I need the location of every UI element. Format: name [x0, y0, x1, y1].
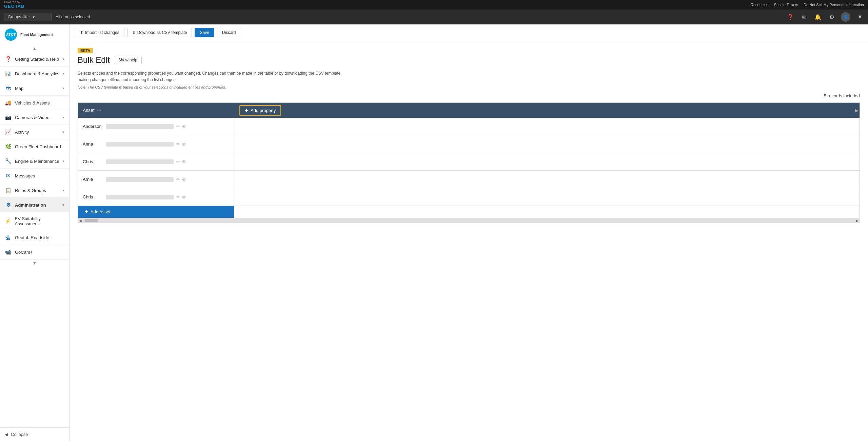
horizontal-scrollbar[interactable]: ◀ ▶ [78, 218, 860, 223]
submit-tickets-link[interactable]: Submit Tickets [774, 3, 798, 7]
add-asset-button[interactable]: ✚ Add Asset [78, 206, 234, 218]
engine-icon: 🔧 [5, 158, 12, 165]
resources-link[interactable]: Resources [751, 3, 769, 7]
filter-bar: Groups filter ▼ All groups selected ❓ ✉ … [0, 9, 868, 24]
sidebar-item-label: Geotab Roadside [15, 235, 49, 240]
scroll-left-button[interactable]: ◀ [78, 219, 83, 223]
asset-cell: Arnie ✏ ⊗ [78, 171, 234, 188]
add-property-button[interactable]: ✚ Add property [239, 105, 281, 116]
sidebar-item-cameras[interactable]: 📷 Cameras & Video ▾ [0, 110, 69, 125]
ev-icon: ⚡ [5, 218, 12, 225]
asset-row-actions: ✏ ⊗ [176, 194, 186, 199]
bulk-edit-table: Asset ✏ ✚ Add property ▶ Anderson [78, 102, 860, 218]
remove-icon[interactable]: ⊗ [182, 124, 186, 129]
sidebar: AT&T Fleet Management ▲ ❓ Getting Starte… [0, 24, 70, 441]
sidebar-item-ev[interactable]: ⚡ EV Suitability Assessment [0, 212, 69, 230]
sidebar-item-geotab-roadside[interactable]: 🛣 Geotab Roadside [0, 230, 69, 245]
chevron-down-icon: ▾ [62, 159, 64, 164]
sidebar-item-activity[interactable]: 📈 Activity ▾ [0, 125, 69, 139]
sidebar-item-label: GoCam+ [15, 250, 33, 255]
sidebar-item-label: Map [15, 86, 23, 91]
sidebar-item-getting-started[interactable]: ❓ Getting Started & Help ▾ [0, 52, 69, 66]
edit-icon[interactable]: ✏ [176, 194, 180, 199]
sidebar-logo: AT&T Fleet Management [0, 24, 69, 45]
asset-column-label: Asset [83, 108, 95, 113]
sidebar-item-map[interactable]: 🗺 Map ▾ [0, 81, 69, 96]
asset-cell: Chris ✏ ⊗ [78, 153, 234, 170]
plus-icon: ✚ [245, 108, 249, 113]
sidebar-scroll-up-button[interactable]: ▲ [0, 45, 69, 52]
sidebar-item-messages[interactable]: ✉ Messages [0, 169, 69, 183]
sidebar-item-label: Getting Started & Help [15, 57, 59, 62]
sidebar-item-gocam[interactable]: 📹 GoCam+ [0, 245, 69, 260]
sidebar-item-administration[interactable]: ⚙ Administration ▾ [0, 198, 69, 212]
table-row: Chris ✏ ⊗ [78, 188, 860, 206]
download-csv-button[interactable]: ⬇ Download as CSV template [127, 28, 192, 37]
chevron-down-icon: ▾ [62, 86, 64, 91]
mail-icon[interactable]: ✉ [801, 13, 808, 22]
asset-cell: Anderson ✏ ⊗ [78, 118, 234, 135]
chevron-down-icon: ▾ [62, 72, 64, 76]
remove-icon[interactable]: ⊗ [182, 194, 186, 199]
asset-row-actions: ✏ ⊗ [176, 124, 186, 129]
table-row: Chris ✏ ⊗ [78, 153, 860, 171]
groups-filter-button[interactable]: Groups filter ▼ [4, 13, 52, 21]
getting-started-icon: ❓ [5, 56, 12, 62]
do-not-sell-link[interactable]: Do Not Sell My Personal Information [804, 3, 864, 7]
discard-button[interactable]: Discard [217, 28, 241, 37]
edit-icon[interactable]: ✏ [176, 159, 180, 164]
sidebar-item-label: EV Suitability Assessment [15, 216, 65, 226]
sidebar-item-dashboard[interactable]: 📊 Dashboard & Analytics ▾ [0, 66, 69, 81]
topbar-right: Resources Submit Tickets Do Not Sell My … [751, 3, 864, 7]
main-layout: AT&T Fleet Management ▲ ❓ Getting Starte… [0, 24, 868, 441]
groups-selected-text: All groups selected [56, 15, 90, 19]
asset-cell: Chris ✏ ⊗ [78, 188, 234, 206]
remove-icon[interactable]: ⊗ [182, 177, 186, 182]
messages-icon: ✉ [5, 172, 12, 179]
sidebar-item-green-fleet[interactable]: 🌿 Green Fleet Dashboard [0, 139, 69, 154]
note-text: Note: The CSV template is based off of y… [78, 85, 860, 89]
sidebar-item-label: Activity [15, 130, 29, 135]
edit-icon[interactable]: ✏ [176, 177, 180, 182]
geotab-logo: Powered by GEOTAB [4, 1, 25, 9]
download-icon: ⬇ [132, 30, 136, 35]
scroll-right-button[interactable]: ▶ [854, 219, 860, 223]
show-help-button[interactable]: Show help [114, 56, 142, 64]
chevron-down-icon: ▾ [62, 130, 64, 134]
add-asset-row: ✚ Add Asset [78, 206, 860, 218]
edit-icon[interactable]: ✏ [176, 141, 180, 147]
user-menu-chevron-icon[interactable]: ▼ [856, 13, 864, 21]
table-row: Arnie ✏ ⊗ [78, 171, 860, 188]
asset-name: Arnie [83, 177, 103, 182]
asset-tag [106, 159, 174, 164]
asset-row-actions: ✏ ⊗ [176, 177, 186, 182]
sidebar-item-label: Administration [15, 203, 46, 208]
remove-icon[interactable]: ⊗ [182, 159, 186, 164]
sidebar-item-engine[interactable]: 🔧 Engine & Maintenance ▾ [0, 154, 69, 169]
sidebar-item-label: Engine & Maintenance [15, 159, 59, 164]
sidebar-item-vehicles[interactable]: 🚚 Vehicles & Assets [0, 96, 69, 110]
edit-icon[interactable]: ✏ [176, 124, 180, 129]
filterbar-actions: ❓ ✉ 🔔 ⚙ 👤 ▼ [786, 12, 864, 22]
asset-tag [106, 142, 174, 147]
import-list-changes-button[interactable]: ⬆ Import list changes [75, 28, 124, 37]
gocam-icon: 📹 [5, 249, 12, 255]
edit-column-icon[interactable]: ✏ [97, 108, 101, 113]
description-text: Selects entities and the corresponding p… [78, 70, 349, 83]
sidebar-item-rules[interactable]: 📋 Rules & Groups ▾ [0, 183, 69, 198]
table-scroll-right-icon[interactable]: ▶ [854, 108, 860, 113]
collapse-button[interactable]: ◀ Collapse [0, 427, 69, 441]
save-button[interactable]: Save [195, 28, 214, 37]
remove-icon[interactable]: ⊗ [182, 141, 186, 147]
sidebar-scroll-down-button[interactable]: ▼ [0, 260, 69, 266]
scrollbar-thumb[interactable] [84, 219, 98, 222]
att-icon: AT&T [5, 28, 17, 41]
map-icon: 🗺 [5, 85, 12, 92]
vehicles-icon: 🚚 [5, 99, 12, 106]
bell-icon[interactable]: 🔔 [813, 13, 823, 22]
dashboard-icon: 📊 [5, 70, 12, 77]
help-icon[interactable]: ❓ [786, 13, 795, 22]
settings-icon[interactable]: ⚙ [828, 13, 835, 22]
asset-cell: Anna ✏ ⊗ [78, 135, 234, 153]
user-avatar[interactable]: 👤 [841, 12, 850, 22]
